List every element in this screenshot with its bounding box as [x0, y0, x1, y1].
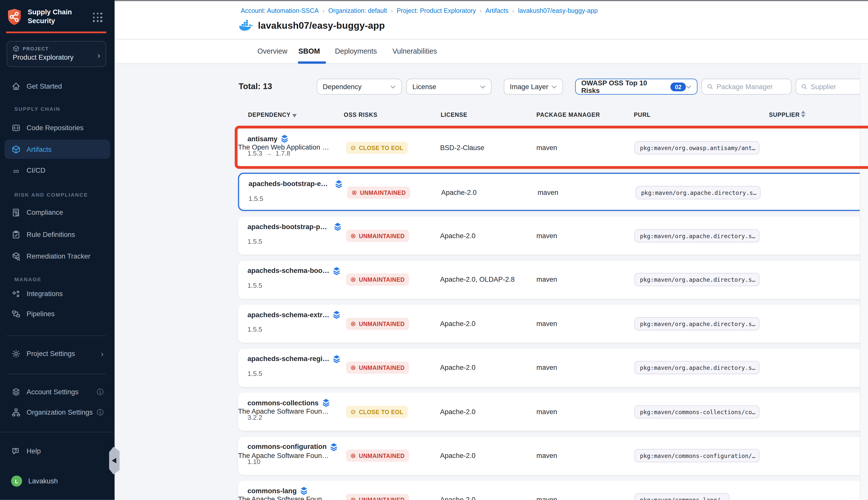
col-dependency[interactable]: DEPENDENCY: [248, 111, 290, 118]
table-row[interactable]: apacheds-schema-extr… 1.5.5 ⊗ UNMAINTAIN…: [238, 304, 868, 343]
sidebar-item-help[interactable]: Help: [4, 442, 110, 460]
table-row[interactable]: apacheds-bootstrap-pa… 1.5.5 ⊗ UNMAINTAI…: [238, 216, 868, 255]
risk-icon: ⊗: [352, 189, 357, 197]
sidebar-collapse-handle[interactable]: [109, 447, 119, 475]
breadcrumb-separator: ›: [480, 8, 482, 14]
filter-dependency[interactable]: Dependency: [317, 79, 402, 95]
chevron-left-icon: [112, 458, 116, 464]
purl-chip[interactable]: pkg:maven/org.apache.directory.s…: [635, 229, 760, 242]
license-cell: Apache-2.0: [441, 173, 477, 212]
scrollbar-track[interactable]: [860, 64, 868, 500]
table-row[interactable]: apacheds-schema-regi… 1.5.5 ⊗ UNMAINTAIN…: [238, 349, 868, 387]
search-icon: [801, 83, 807, 90]
sort-toggle-icon[interactable]: [801, 111, 806, 117]
supplier-cell: [238, 216, 331, 255]
layers-icon[interactable]: [333, 266, 341, 275]
org-tree-icon: [12, 408, 20, 417]
sort-descending-icon[interactable]: [292, 114, 297, 117]
breadcrumb: Account: Automation-SSCA› Organization: …: [241, 7, 598, 14]
sidebar-item-pipelines[interactable]: Pipelines: [4, 305, 110, 323]
purl-chip[interactable]: pkg:maven/commons-configuration/…: [635, 449, 760, 462]
filter-owasp-risks[interactable]: OWASP OSS Top 10 Risks 02: [575, 79, 698, 95]
user-name: Lavakush: [28, 477, 58, 485]
layers-icon[interactable]: [333, 354, 341, 363]
table-row[interactable]: antisamy 1.5.3→1.7.8 ⊘ CLOSE TO EOL BSD-…: [238, 128, 868, 167]
table-row[interactable]: apacheds-bootstrap-ex… 1.5.5 ⊗ UNMAINTAI…: [238, 172, 868, 211]
col-purl: PURL: [634, 111, 651, 118]
table-row[interactable]: commons-lang ⊗ UNMAINTAINED Apache-2.0 m…: [238, 481, 868, 500]
table-row[interactable]: commons-collections 3.2.2 ⊘ CLOSE TO EOL…: [238, 393, 868, 431]
tab-overview[interactable]: Overview: [258, 47, 287, 55]
breadcrumb-account[interactable]: Account: Automation-SSCA: [241, 7, 319, 14]
purl-chip[interactable]: pkg:maven/org.apache.directory.s…: [635, 317, 760, 330]
purl-chip[interactable]: pkg:maven/commons-collections/co…: [635, 405, 760, 418]
risk-badge: ⊗ UNMAINTAINED: [346, 317, 409, 330]
breadcrumb-project[interactable]: Project: Product Exploratory: [397, 7, 476, 14]
tab-sbom[interactable]: SBOM: [298, 47, 320, 55]
tab-deployments[interactable]: Deployments: [335, 47, 377, 55]
sidebar-item-account-settings[interactable]: Account Settings ⓘ: [4, 383, 110, 401]
dependency-name: commons-lang: [248, 487, 297, 495]
user-menu[interactable]: L Lavakush: [4, 475, 110, 488]
sidebar-item-compliance[interactable]: Compliance: [4, 204, 110, 221]
search-icon: [707, 83, 713, 90]
filter-license[interactable]: License: [406, 79, 492, 95]
layers-icon[interactable]: [335, 180, 343, 188]
risk-icon: ⊘: [351, 408, 356, 416]
layers-icon[interactable]: [330, 443, 338, 451]
project-selector[interactable]: PROJECT Product Exploratory ›: [7, 41, 106, 67]
sidebar-item-organization-settings[interactable]: Organization Settings ⓘ: [4, 404, 110, 421]
supplier-cell: [238, 349, 331, 387]
sidebar-item-artifacts[interactable]: Artifacts: [4, 139, 110, 159]
dependency-version: 1.5.5: [248, 326, 262, 333]
table-row[interactable]: commons-configuration 1.10 ⊗ UNMAINTAINE…: [238, 436, 868, 475]
package-manager-input[interactable]: [717, 83, 786, 91]
sidebar-item-get-started[interactable]: Get Started: [4, 78, 110, 95]
breadcrumb-organization[interactable]: Organization: default: [328, 7, 387, 14]
shield-logo-icon: [7, 8, 22, 25]
supplier-cell: The Open Web Application …: [238, 128, 331, 167]
divider: [7, 336, 106, 336]
risk-label: UNMAINTAINED: [359, 320, 405, 327]
app-switcher-icon[interactable]: [93, 13, 102, 22]
dependency-version: 1.5.5: [249, 195, 263, 202]
info-icon[interactable]: ⓘ: [97, 408, 103, 417]
breadcrumb-artifacts[interactable]: Artifacts: [486, 7, 508, 14]
breadcrumb-current[interactable]: lavakush07/easy-buggy-app: [518, 7, 598, 14]
filter-image-layer[interactable]: Image Layer: [504, 79, 563, 95]
col-supplier[interactable]: SUPPLIER: [769, 111, 800, 118]
sidebar-item-project-settings[interactable]: Project Settings ›: [4, 345, 110, 363]
sidebar-item-rule-definitions[interactable]: Rule Definitions: [4, 226, 110, 243]
layers-icon[interactable]: [300, 487, 308, 495]
risk-label: UNMAINTAINED: [359, 496, 405, 500]
dependency-version: 1.5.3→1.7.8: [248, 149, 290, 157]
info-icon[interactable]: ⓘ: [97, 387, 103, 397]
sidebar-item-code-repositories[interactable]: Code Repositories: [4, 119, 110, 137]
purl-chip[interactable]: pkg:maven/org.owasp.antisamy/ant…: [635, 141, 760, 154]
purl-chip[interactable]: pkg:maven/org.apache.directory.s…: [635, 361, 760, 374]
risk-label: UNMAINTAINED: [359, 452, 405, 459]
sidebar-item-cicd[interactable]: ∞ CI/CD: [4, 162, 110, 179]
sidebar-item-remediation-tracker[interactable]: Remediation Tracker: [4, 248, 110, 265]
purl-chip[interactable]: pkg:maven/org.apache.directory.s…: [636, 186, 761, 200]
package-manager-cell: maven: [536, 393, 557, 431]
sidebar-item-integrations[interactable]: Integrations: [4, 285, 110, 303]
layers-icon[interactable]: [322, 399, 330, 407]
tab-vulnerabilities[interactable]: Vulnerabilities: [392, 47, 437, 55]
table-row[interactable]: apacheds-schema-boo… 1.5.5 ⊗ UNMAINTAINE…: [238, 261, 868, 299]
package-manager-search: [701, 79, 791, 95]
supplier-cell: [238, 261, 331, 299]
purl-chip[interactable]: pkg:maven/commons-lang/…: [635, 493, 730, 500]
supplier-cell: The Apache Software Foun…: [238, 436, 331, 475]
layers-icon[interactable]: [333, 311, 341, 319]
breadcrumb-separator: ›: [512, 8, 514, 14]
layers-icon[interactable]: [334, 223, 342, 231]
supplier-input[interactable]: [811, 83, 868, 91]
risk-label: UNMAINTAINED: [359, 364, 405, 371]
purl-cell: pkg:maven/org.apache.directory.s…: [635, 349, 760, 387]
purl-chip[interactable]: pkg:maven/org.apache.directory.s…: [635, 273, 760, 286]
risk-badge: ⊗ UNMAINTAINED: [346, 273, 409, 285]
risk-label: UNMAINTAINED: [359, 232, 405, 239]
layers-icon[interactable]: [281, 134, 288, 143]
dependency-name: commons-collections: [248, 399, 319, 407]
